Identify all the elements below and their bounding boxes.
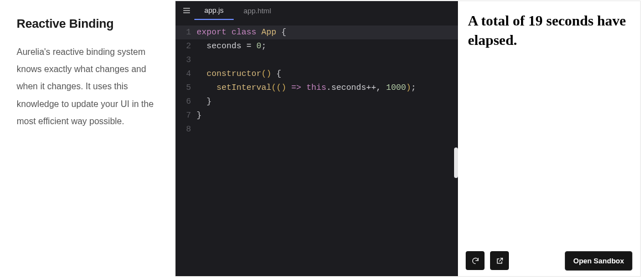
- code-text: setInterval(() => this.seconds++, 1000);: [197, 81, 416, 95]
- preview-pane: A total of 19 seconds have elapsed. Open…: [458, 1, 640, 276]
- open-external-icon[interactable]: [490, 251, 509, 270]
- tab-app-js[interactable]: app.js: [194, 1, 234, 20]
- code-line: 4 constructor() {: [176, 67, 458, 81]
- description-panel: Reactive Binding Aurelia's reactive bind…: [0, 0, 175, 280]
- code-text: [197, 123, 202, 136]
- editor-tab-bar: app.jsapp.html: [176, 1, 458, 20]
- code-line: 8: [176, 123, 458, 136]
- code-line: 7}: [176, 109, 458, 123]
- line-number: 5: [176, 81, 197, 95]
- section-title: Reactive Binding: [17, 17, 158, 31]
- code-text: }: [197, 95, 212, 109]
- code-line: 6 }: [176, 95, 458, 109]
- code-text: [197, 53, 202, 67]
- code-line: 1export class App {: [176, 26, 458, 39]
- code-text: seconds = 0;: [197, 39, 266, 53]
- preview-toolbar: Open Sandbox: [458, 245, 640, 276]
- open-sandbox-button[interactable]: Open Sandbox: [565, 251, 632, 271]
- refresh-icon[interactable]: [466, 251, 485, 270]
- line-number: 7: [176, 109, 197, 123]
- line-number: 6: [176, 95, 197, 109]
- code-line: 3: [176, 53, 458, 67]
- line-number: 4: [176, 67, 197, 81]
- line-number: 2: [176, 39, 197, 53]
- line-number: 3: [176, 53, 197, 67]
- tab-app-html[interactable]: app.html: [234, 1, 281, 20]
- menu-icon[interactable]: [179, 3, 194, 18]
- code-text: }: [197, 109, 202, 123]
- line-number: 8: [176, 123, 197, 136]
- code-sandbox: app.jsapp.html 1export class App {2 seco…: [175, 1, 641, 277]
- preview-heading: A total of 19 seconds have elapsed.: [468, 11, 630, 50]
- code-editor[interactable]: 1export class App {2 seconds = 0;3 4 con…: [176, 20, 458, 276]
- code-line: 5 setInterval(() => this.seconds++, 1000…: [176, 81, 458, 95]
- section-body: Aurelia's reactive binding system knows …: [17, 43, 158, 130]
- code-line: 2 seconds = 0;: [176, 39, 458, 53]
- line-number: 1: [176, 26, 197, 39]
- preview-content: A total of 19 seconds have elapsed.: [458, 1, 640, 245]
- code-text: constructor() {: [197, 67, 281, 81]
- code-text: export class App {: [197, 26, 286, 39]
- editor-pane: app.jsapp.html 1export class App {2 seco…: [176, 1, 458, 276]
- editor-scrollbar[interactable]: [454, 147, 458, 178]
